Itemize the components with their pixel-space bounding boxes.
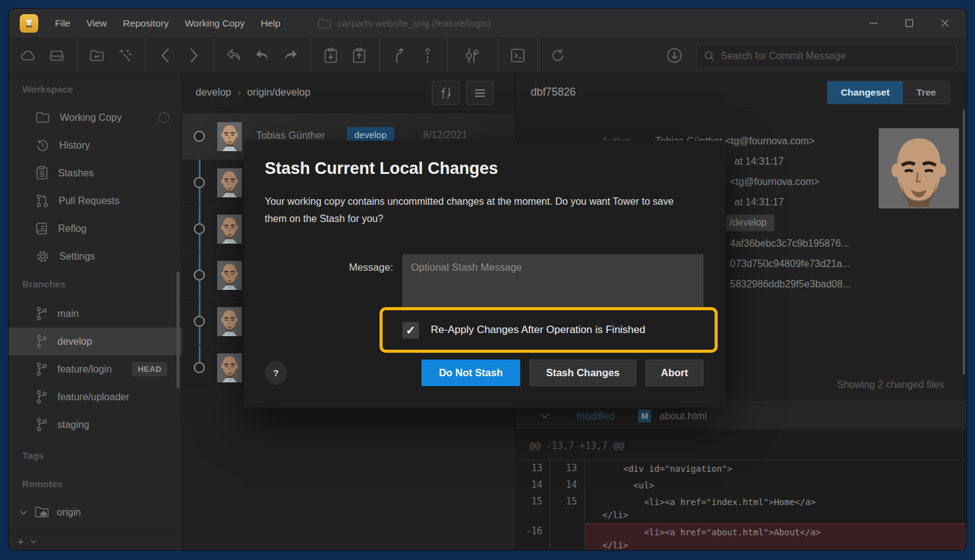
sidebar-item-pull-requests[interactable]: Pull Requests [9, 187, 182, 215]
terminal-button[interactable] [504, 43, 532, 68]
open-repo-button[interactable] [83, 43, 111, 68]
reapply-checkbox[interactable]: ✓ [402, 322, 419, 339]
sidebar-item-history[interactable]: History [9, 131, 182, 159]
sidebar-scrollbar[interactable] [176, 271, 180, 389]
commit-graph-node [194, 362, 205, 373]
hamburger-menu-icon [475, 89, 486, 97]
sidebar-item-stashes[interactable]: Stashes [9, 159, 182, 187]
branches-section-header: Branches [22, 279, 66, 290]
file-name: about.html [659, 410, 707, 422]
push-button[interactable] [345, 43, 373, 68]
tab-changeset[interactable]: Changeset [828, 81, 903, 104]
commit-search-box[interactable] [696, 44, 956, 68]
diff-line: 13 13 <div id="navigation"> [516, 461, 966, 477]
stash-message-input[interactable] [402, 254, 703, 308]
search-input[interactable] [721, 51, 948, 62]
avatar [217, 122, 242, 151]
avatar [217, 215, 242, 244]
pull-request-icon [36, 194, 49, 208]
cloud-service-button[interactable] [14, 43, 43, 68]
detail-row-date: at 14:31:17 [734, 156, 784, 167]
detail-row-hash-1: 4af36bebc3c7c9b195876... [730, 238, 849, 249]
dialog-body-text: Your working copy contains uncommitted c… [265, 193, 697, 228]
diff-hunk-header: @@ -13,7 +13,7 @@ [516, 430, 966, 460]
app-window: File View Repository Working Copy Help c… [9, 9, 966, 550]
list-options-button[interactable] [466, 81, 494, 105]
diff-code: <li><a href="index.html">Home</a></li> [602, 496, 829, 522]
undo-button[interactable] [220, 43, 248, 68]
commit-graph-node [194, 223, 205, 234]
diff-code: <li><a href="about.html">About</a></li> [602, 526, 829, 550]
sidebar-item-working-copy[interactable]: Working Copy [9, 104, 182, 131]
add-repo-button[interactable]: + [17, 535, 24, 549]
sidebar-branch-feature-login[interactable]: feature/login HEAD [9, 355, 182, 383]
sidebar-branch-feature-uploader[interactable]: feature/uploader [9, 383, 182, 411]
forward-button[interactable] [180, 43, 208, 68]
detail-row-hash-2: 073d750c94809fe73d21a... [730, 258, 850, 270]
discard-button[interactable] [248, 43, 276, 68]
do-not-stash-button[interactable]: Do Not Stash [421, 360, 520, 386]
sidebar-branch-develop[interactable]: develop [9, 327, 182, 355]
detail-branch-badge: /develop [726, 215, 774, 231]
refresh-button[interactable] [544, 43, 572, 68]
redo-button[interactable] [276, 43, 305, 68]
loading-spinner-icon [159, 112, 170, 123]
chevron-down-icon[interactable] [30, 540, 36, 544]
window-repo-title: carparts-website_orig (feature/login) [318, 18, 491, 29]
local-repos-button[interactable] [43, 43, 71, 68]
head-badge: HEAD [132, 362, 167, 376]
menu-view[interactable]: View [78, 9, 115, 38]
highlight-annotation-box: ✓ Re-Apply Changes After Operation is Fi… [380, 307, 718, 353]
commit-graph-node [194, 270, 205, 281]
maximize-button[interactable] [891, 9, 927, 38]
merge-button[interactable] [385, 43, 413, 68]
breadcrumb-separator: › [238, 86, 241, 99]
book-icon [36, 222, 48, 236]
breadcrumb-remote-branch[interactable]: origin/develop [247, 86, 310, 98]
commit-graph-node [194, 177, 205, 188]
menu-repository[interactable]: Repository [115, 9, 176, 38]
tags-section-header: Tags [22, 450, 44, 461]
detail-scrollbar[interactable] [963, 110, 965, 375]
detail-row-hash-3: 5832986ddb29f5e3bad08... [730, 279, 851, 290]
quick-actions-wand-button[interactable] [111, 43, 139, 68]
tab-tree[interactable]: Tree [903, 81, 950, 104]
sidebar-item-settings[interactable]: Settings [9, 242, 182, 270]
avatar [217, 168, 242, 197]
reapply-checkbox-label[interactable]: Re-Apply Changes After Operation is Fini… [431, 324, 645, 336]
stash-changes-button[interactable]: Stash Changes [529, 360, 636, 386]
menu-help[interactable]: Help [252, 9, 288, 38]
avatar [217, 261, 242, 290]
remote-folder-icon [35, 506, 49, 519]
diff-line: 15 15 <li><a href="index.html">Home</a><… [516, 494, 966, 524]
stash-dialog: Stash Current Local Changes Your working… [244, 141, 725, 408]
fetch-indicator-icon[interactable] [660, 43, 689, 68]
clipboard-icon [36, 166, 48, 180]
sidebar-branch-staging[interactable]: staging [9, 411, 182, 439]
rebase-button[interactable] [413, 43, 442, 68]
branch-icon [36, 362, 48, 376]
history-clock-icon [36, 139, 49, 152]
branch-icon [36, 307, 48, 321]
git-flow-button[interactable] [454, 43, 492, 68]
breadcrumb-branch[interactable]: develop [196, 86, 231, 98]
commit-graph-node [194, 316, 205, 327]
close-button[interactable] [927, 9, 963, 38]
sidebar-item-reflog[interactable]: Reflog [9, 215, 182, 242]
back-button[interactable] [151, 43, 180, 68]
sidebar-remote-origin[interactable]: origin [9, 498, 182, 526]
diff-line: 14 14 <ul> [516, 477, 966, 494]
help-button[interactable]: ? [265, 361, 287, 385]
toolbar [9, 39, 966, 73]
minimize-button[interactable] [855, 9, 891, 38]
avatar [217, 353, 242, 382]
menu-file[interactable]: File [47, 9, 78, 38]
sidebar-branch-main[interactable]: main [9, 300, 182, 327]
pull-button[interactable] [317, 43, 345, 68]
abort-button[interactable]: Abort [645, 360, 703, 386]
branch-icon [36, 418, 48, 432]
compare-button[interactable] [432, 81, 460, 105]
menu-working-copy[interactable]: Working Copy [176, 9, 252, 38]
chevron-down-icon[interactable] [541, 413, 549, 419]
message-label: Message: [305, 261, 393, 273]
